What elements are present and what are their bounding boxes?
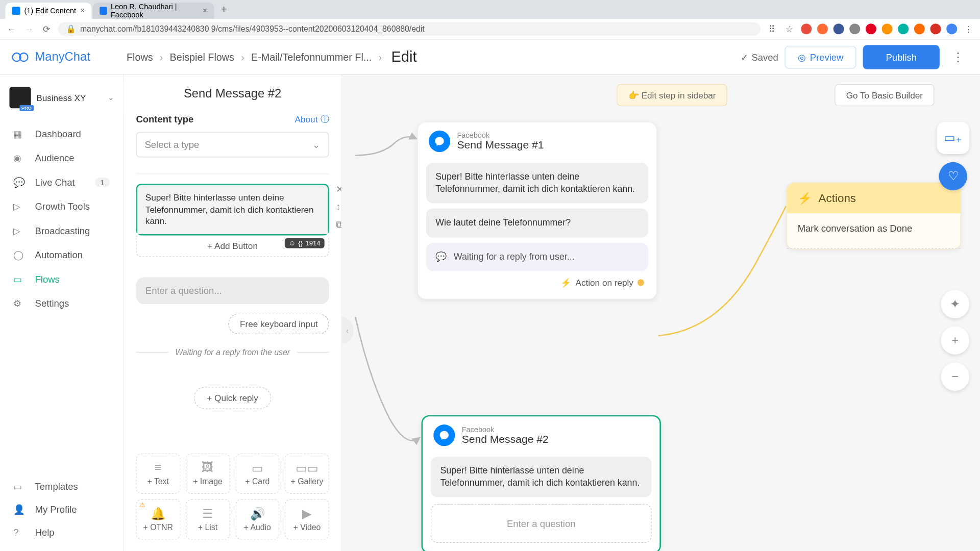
sidebar-item-broadcasting[interactable]: ▷Broadcasting bbox=[0, 219, 123, 243]
move-icon[interactable]: ↕ bbox=[336, 201, 342, 212]
sidebar-item-growth[interactable]: ▷Growth Tools bbox=[0, 194, 123, 218]
crumb[interactable]: E-Mail/Telefonnummer Fl... bbox=[251, 51, 372, 62]
audio-icon: 🔊 bbox=[238, 507, 276, 520]
ext-icon[interactable] bbox=[930, 23, 941, 34]
url-field[interactable]: 🔒 manychat.com/fb181039443240830 9/cms/f… bbox=[58, 22, 761, 36]
sidebar-item-help[interactable]: ?Help bbox=[0, 521, 123, 544]
flow-canvas[interactable]: ‹ 👉 Edit step in sidebar Go To Basic Bui… bbox=[342, 74, 980, 551]
forward-icon[interactable]: → bbox=[23, 24, 35, 34]
block-type-otnr[interactable]: 🔔+ OTNR bbox=[136, 499, 180, 539]
magic-button[interactable]: ✦ bbox=[941, 290, 969, 318]
canvas-fab-group-top: ▭₊ ♡ bbox=[937, 122, 969, 191]
sidebar-item-flows[interactable]: ▭Flows bbox=[0, 267, 123, 291]
message-card[interactable]: Super! Bitte hinterlasse unten deine Tel… bbox=[136, 184, 329, 235]
video-icon: ▶ bbox=[288, 507, 326, 520]
crumb[interactable]: Flows bbox=[127, 51, 153, 62]
message-bubble[interactable]: Super! Bitte hinterlasse unten deine Tel… bbox=[426, 163, 648, 204]
ext-icon[interactable] bbox=[834, 23, 844, 34]
block-type-audio[interactable]: 🔊+ Audio bbox=[235, 499, 280, 539]
url-text: manychat.com/fb181039443240830 9/cms/fil… bbox=[80, 24, 425, 33]
add-button[interactable]: + Add Button ☺ {} 1914 bbox=[136, 235, 329, 257]
reload-icon[interactable]: ⟳ bbox=[40, 24, 53, 34]
block-type-card[interactable]: ▭+ Card bbox=[235, 454, 280, 494]
node-header: Facebook Send Message #1 bbox=[418, 122, 656, 158]
node-channel: Facebook bbox=[457, 131, 544, 139]
edit-in-sidebar-button[interactable]: 👉 Edit step in sidebar bbox=[617, 84, 727, 107]
question-bubble[interactable]: Wie lautet deine Telefonnummer? bbox=[426, 209, 648, 237]
goto-basic-builder-button[interactable]: Go To Basic Builder bbox=[835, 84, 934, 107]
flow-node-send-message-1[interactable]: Facebook Send Message #1 Super! Bitte hi… bbox=[418, 122, 657, 299]
sidebar-item-profile[interactable]: 👤My Profile bbox=[0, 498, 123, 521]
block-type-gallery[interactable]: ▭▭+ Gallery bbox=[285, 454, 329, 494]
browser-tab[interactable]: Leon R. Chaudhari | Facebook × bbox=[93, 3, 214, 19]
kebab-icon[interactable]: ⋮ bbox=[946, 47, 969, 67]
brand-logo[interactable]: ManyChat bbox=[11, 47, 118, 66]
preview-button[interactable]: ◎ Preview bbox=[785, 45, 856, 68]
question-input[interactable]: Enter a question... bbox=[136, 277, 329, 304]
workspace-name: Business XY bbox=[36, 92, 102, 103]
message-text[interactable]: Super! Bitte hinterlasse unten deine Tel… bbox=[137, 185, 328, 234]
favicon-icon bbox=[100, 7, 107, 15]
quick-reply-button[interactable]: + Quick reply bbox=[194, 387, 271, 409]
collapse-panel-handle[interactable]: ‹ bbox=[342, 317, 353, 344]
bolt-icon: ⚡ bbox=[560, 278, 571, 288]
block-type-list[interactable]: ☰+ List bbox=[186, 499, 230, 539]
browser-tab-active[interactable]: (1) Edit Content × bbox=[6, 3, 92, 19]
zoom-in-button[interactable]: + bbox=[941, 327, 969, 355]
flow-node-send-message-2[interactable]: Facebook Send Message #2 Super! Bitte hi… bbox=[422, 415, 661, 551]
list-icon: ☰ bbox=[189, 507, 227, 520]
publish-button[interactable]: Publish bbox=[863, 45, 940, 69]
translate-icon[interactable]: ⠿ bbox=[766, 24, 778, 34]
add-step-button[interactable]: ▭₊ bbox=[937, 122, 969, 154]
sidebar-item-livechat[interactable]: 💬Live Chat1 bbox=[0, 170, 123, 194]
chevron-right-icon: › bbox=[241, 51, 244, 62]
workspace-switcher[interactable]: PRO Business XY ⌄ bbox=[0, 82, 123, 114]
avatar-icon[interactable] bbox=[946, 23, 957, 34]
sidebar-item-templates[interactable]: ▭Templates bbox=[0, 475, 123, 498]
ext-icon[interactable] bbox=[801, 23, 812, 34]
sidebar-item-automation[interactable]: ◯Automation bbox=[0, 243, 123, 267]
ext-icon[interactable] bbox=[849, 23, 860, 34]
back-icon[interactable]: ← bbox=[6, 24, 18, 34]
sidebar-item-dashboard[interactable]: ▦Dashboard bbox=[0, 122, 123, 146]
close-icon[interactable]: ✕ bbox=[336, 184, 342, 194]
close-icon[interactable]: × bbox=[203, 6, 207, 15]
block-type-image[interactable]: 🖼+ Image bbox=[186, 454, 230, 494]
duplicate-icon[interactable]: ⧉ bbox=[336, 219, 342, 230]
content-type-row: Content type Aboutⓘ bbox=[136, 113, 329, 126]
star-icon[interactable]: ☆ bbox=[783, 24, 796, 34]
message-bubble[interactable]: Super! Bitte hinterlasse unten deine Tel… bbox=[431, 457, 652, 497]
automation-icon: ◯ bbox=[13, 249, 26, 260]
content-type-select[interactable]: Select a type ⌄ bbox=[136, 132, 329, 157]
flow-node-actions[interactable]: ⚡ Actions Mark conversation as Done bbox=[786, 182, 961, 249]
assist-button[interactable]: ♡ bbox=[939, 162, 967, 190]
free-keyboard-chip[interactable]: Free keyboard input bbox=[229, 313, 329, 334]
ext-icon[interactable] bbox=[866, 23, 876, 34]
ext-icon[interactable] bbox=[914, 23, 925, 34]
badge-count: 1 bbox=[95, 178, 110, 187]
actions-item[interactable]: Mark conversation as Done bbox=[787, 213, 961, 249]
crumb[interactable]: Beispiel Flows bbox=[170, 51, 234, 62]
braces-icon[interactable]: {} bbox=[298, 239, 303, 247]
enter-question-placeholder[interactable]: Enter a question bbox=[431, 504, 652, 543]
sidebar-item-audience[interactable]: ◉Audience bbox=[0, 146, 123, 170]
ext-icon[interactable] bbox=[881, 23, 892, 34]
zoom-out-button[interactable]: − bbox=[941, 363, 969, 391]
text-icon: ≡ bbox=[139, 461, 177, 474]
menu-icon[interactable]: ⋮ bbox=[963, 24, 975, 34]
ext-icon[interactable] bbox=[898, 23, 909, 34]
about-link[interactable]: Aboutⓘ bbox=[295, 113, 329, 126]
brand-name: ManyChat bbox=[35, 50, 90, 64]
preview-icon: ◎ bbox=[798, 52, 806, 62]
pro-badge: PRO bbox=[19, 105, 34, 111]
action-on-reply[interactable]: ⚡ Action on reply bbox=[426, 271, 648, 289]
block-type-video[interactable]: ▶+ Video bbox=[285, 499, 329, 539]
ext-icon[interactable] bbox=[817, 23, 828, 34]
step-title[interactable]: Send Message #2 bbox=[136, 87, 329, 101]
block-type-text[interactable]: ≡+ Text bbox=[136, 454, 180, 494]
close-icon[interactable]: × bbox=[80, 6, 85, 15]
new-tab-button[interactable]: + bbox=[215, 4, 232, 16]
sidebar-item-settings[interactable]: ⚙Settings bbox=[0, 291, 123, 315]
connector-dot[interactable] bbox=[638, 280, 644, 286]
emoji-icon[interactable]: ☺ bbox=[289, 239, 296, 247]
